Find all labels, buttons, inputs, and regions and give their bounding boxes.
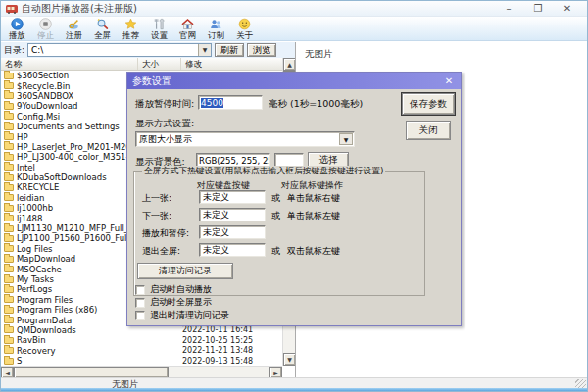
- toolbar-button-about[interactable]: 关于: [230, 17, 259, 41]
- folder-name: QMDownloads: [17, 325, 181, 335]
- checkbox-label: 启动时自动播放: [150, 283, 212, 296]
- dialog-close-icon[interactable]: ✕: [442, 75, 456, 86]
- directory-bar: 目录: C:\ ▼ 刷新 浏览: [1, 42, 295, 58]
- toolbar-button-stop[interactable]: 停止: [31, 17, 60, 41]
- smiley-icon: [238, 18, 251, 30]
- folder-modified-date: 2022-09-13 15:48: [182, 357, 253, 366]
- display-mode-select[interactable]: 原图大小显示 ▼: [135, 131, 355, 147]
- folder-icon: [4, 296, 14, 303]
- hotkey-row: 下一张: 未定义 或 单击鼠标左键: [134, 208, 424, 223]
- folder-icon: [4, 113, 14, 120]
- star-icon: [124, 18, 137, 30]
- window-title: 自动图片播放器(未注册版): [22, 2, 137, 16]
- folder-icon: [4, 82, 14, 89]
- folder-icon: [4, 103, 14, 110]
- folder-icon: [4, 174, 14, 181]
- checkbox-label: 退出时清理访问记录: [150, 309, 229, 321]
- directory-combobox[interactable]: C:\ ▼: [27, 43, 212, 57]
- column-header-name[interactable]: 名称: [1, 58, 138, 70]
- list-item[interactable]: S 2022-09-13 15:48: [1, 356, 282, 366]
- hotkey-label: 下一张:: [142, 210, 172, 222]
- folder-icon: [4, 347, 14, 354]
- checkbox[interactable]: [135, 298, 145, 308]
- folder-modified-date: 2022-10-25 15:25: [182, 336, 253, 345]
- hotkey-input[interactable]: 未定义: [199, 190, 266, 204]
- users-icon: [210, 18, 222, 30]
- hotkey-input[interactable]: 未定义: [199, 208, 266, 221]
- or-text: 或: [271, 245, 280, 258]
- titlebar: 自动图片播放器(未注册版) – ❐ ✕: [1, 1, 587, 17]
- hotkey-input[interactable]: 未定义: [199, 243, 266, 257]
- folder-icon: [4, 205, 14, 212]
- toolbar-button-website[interactable]: 官网: [173, 17, 202, 41]
- folder-icon: [4, 276, 14, 283]
- pause-time-input[interactable]: 4500: [198, 95, 263, 110]
- save-params-button[interactable]: 保存参数: [402, 93, 455, 115]
- list-item[interactable]: QMDownloads 2022-10-11 16:41: [1, 325, 282, 335]
- folder-icon: [4, 92, 14, 99]
- list-header: 名称 大小 修改: [1, 58, 282, 71]
- app-window: 自动图片播放器(未注册版) – ❐ ✕ 播放 停止 注册 全屏 推荐 设置 官网: [0, 0, 588, 392]
- folder-icon: [4, 358, 14, 365]
- list-item[interactable]: Recovery 2022-11-21 13:48: [1, 346, 282, 356]
- hotkey-input[interactable]: 未定义: [199, 225, 266, 239]
- checkbox-option[interactable]: 启动时全屏显示: [135, 296, 212, 309]
- bg-color-value: RGB(255, 255, 255): [199, 156, 270, 166]
- toolbar-button-recommend[interactable]: 推荐: [117, 17, 145, 41]
- folder-icon: [4, 286, 14, 293]
- close-button[interactable]: ✕: [553, 1, 582, 16]
- hotkey-row: 播放和暂停: 未定义: [134, 225, 424, 241]
- folder-icon: [4, 194, 14, 201]
- window-bottom-border: [1, 388, 587, 391]
- folder-icon: [4, 307, 14, 314]
- dialog-close-button[interactable]: 关闭: [406, 121, 451, 140]
- hotkey-label: 退出全屏:: [142, 245, 180, 258]
- display-mode-label: 显示方式设置:: [135, 118, 194, 130]
- folder-name: S: [17, 356, 181, 366]
- folder-icon: [4, 326, 14, 333]
- app-icon: [6, 3, 18, 14]
- toolbar-button-customize[interactable]: 订制: [202, 17, 230, 41]
- column-header-size[interactable]: 大小: [138, 58, 181, 70]
- checkbox-option[interactable]: 启动时自动播放: [135, 283, 212, 296]
- toolbar-button-fullscreen[interactable]: 全屏: [88, 17, 117, 41]
- folder-name: Recovery: [17, 346, 181, 356]
- toolbar-button-play[interactable]: 播放: [3, 17, 31, 41]
- browse-button[interactable]: 浏览: [247, 43, 276, 57]
- display-mode-value: 原图大小显示: [139, 134, 192, 144]
- folder-name: RavBin: [17, 335, 181, 345]
- pause-time-value: 4500: [201, 98, 223, 108]
- folder-icon: [4, 266, 14, 272]
- pause-time-suffix: 毫秒 (1秒=1000毫秒): [269, 98, 363, 111]
- folder-icon: [4, 133, 14, 140]
- checkbox-option[interactable]: 退出时清理访问记录: [135, 309, 229, 321]
- dialog-titlebar[interactable]: 参数设置 ✕: [127, 73, 461, 89]
- column-header-modified[interactable]: 修改: [181, 58, 282, 70]
- folder-icon: [4, 225, 14, 232]
- hotkey-group-title: 全屏方式下热键设置(用鼠标点击输入框后按键盘按键进行设置): [142, 166, 385, 177]
- clear-history-button[interactable]: 清理访问记录: [137, 263, 233, 279]
- folder-icon: [4, 245, 14, 252]
- folder-modified-date: 2022-11-21 13:48: [182, 346, 253, 355]
- folder-icon: [4, 235, 14, 242]
- checkbox[interactable]: [135, 285, 145, 295]
- toolbar-button-settings[interactable]: 设置: [145, 17, 173, 41]
- folder-icon: [4, 337, 14, 344]
- folder-icon: [4, 215, 14, 221]
- home-icon: [181, 18, 194, 30]
- toolbar-button-register[interactable]: 注册: [60, 17, 88, 41]
- folder-icon: [4, 317, 14, 323]
- mouse-action-text: 双击鼠标左键: [287, 245, 340, 258]
- stop-icon: [39, 18, 52, 30]
- list-item[interactable]: RavBin 2022-10-25 15:25: [1, 335, 282, 345]
- hotkey-label: 播放和暂停:: [142, 227, 189, 240]
- image-placeholder-text: 无图片: [296, 42, 587, 61]
- folder-icon: [4, 73, 14, 79]
- chevron-down-icon[interactable]: ▼: [339, 133, 353, 145]
- checkbox[interactable]: [135, 311, 145, 320]
- minimize-button[interactable]: –: [494, 1, 523, 16]
- chevron-down-icon[interactable]: ▼: [198, 44, 211, 56]
- refresh-button[interactable]: 刷新: [215, 43, 244, 57]
- maximize-button[interactable]: ❐: [523, 1, 553, 16]
- folder-icon: [4, 256, 14, 263]
